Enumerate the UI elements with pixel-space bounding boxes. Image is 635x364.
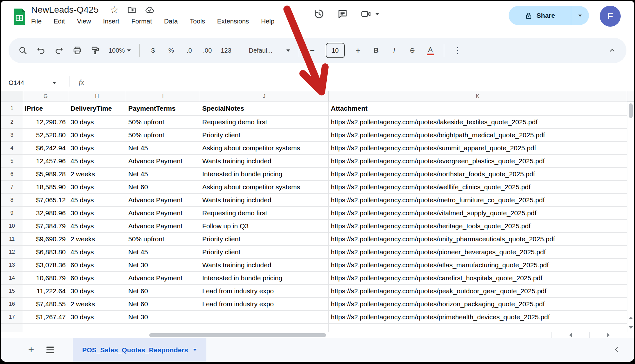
font-size-input[interactable]: 10 (326, 43, 345, 58)
row-number[interactable]: 7 (1, 181, 23, 194)
collapse-toolbar-button[interactable] (607, 46, 617, 55)
cell[interactable]: Advance Payment (126, 220, 200, 233)
cell[interactable]: https://s2.pollentagency.com/quotes/care… (329, 272, 627, 285)
cell[interactable]: Net 60 (126, 181, 200, 194)
cell[interactable]: https://s2.pollentagency.com/quotes/heri… (329, 220, 627, 233)
cell[interactable]: 11,222.64 (23, 285, 68, 298)
cell[interactable]: Lead from industry expo (200, 298, 329, 311)
cell[interactable]: 30 days (68, 207, 126, 220)
cell[interactable]: PaymentTerms (126, 101, 200, 116)
star-icon[interactable]: ☆ (110, 5, 119, 15)
font-select[interactable]: Defaul... (249, 47, 290, 54)
cell[interactable]: 45 days (68, 220, 126, 233)
document-title[interactable]: NewLeads-Q425 (31, 5, 99, 15)
increase-decimal-button[interactable]: .00 (203, 47, 212, 54)
scroll-right-button[interactable] (589, 332, 627, 338)
print-button[interactable] (72, 46, 82, 55)
menu-help[interactable]: Help (261, 17, 274, 25)
cell[interactable] (23, 324, 68, 332)
cell[interactable]: $7,384.79 (23, 220, 68, 233)
format-currency-button[interactable]: $ (148, 47, 158, 54)
paint-format-button[interactable] (90, 46, 100, 55)
column-header-g[interactable]: G (23, 91, 68, 101)
cell[interactable]: https://s2.pollentagency.com/quotes/vita… (329, 207, 627, 220)
cell[interactable]: 2 weeks (68, 233, 126, 246)
cell[interactable]: Advance Payment (126, 272, 200, 285)
cell[interactable]: 30 days (68, 142, 126, 155)
cell[interactable]: 2 weeks (68, 298, 126, 311)
cell[interactable]: Requesting demo first (200, 116, 329, 129)
cell[interactable]: Requesting demo first (200, 207, 329, 220)
cell[interactable]: Net 30 (126, 259, 200, 272)
italic-button[interactable]: I (390, 46, 399, 55)
cell[interactable] (126, 324, 200, 332)
cell[interactable]: https://s2.pollentagency.com/quotes/summ… (329, 142, 627, 155)
number-format-button[interactable]: 123 (221, 47, 231, 54)
row-number[interactable] (1, 324, 23, 332)
share-dropdown-button[interactable] (571, 15, 589, 17)
cell[interactable]: 30 days (68, 311, 126, 324)
cell[interactable]: 10,680.79 (23, 272, 68, 285)
cell[interactable]: https://s2.pollentagency.com/quotes/unit… (329, 233, 627, 246)
row-number[interactable]: 14 (1, 272, 23, 285)
row-number[interactable]: 9 (1, 207, 23, 220)
bold-button[interactable]: B (371, 46, 381, 55)
row-number[interactable]: 3 (1, 129, 23, 142)
select-all-corner[interactable] (1, 91, 23, 101)
cell[interactable]: 60 days (68, 272, 126, 285)
cell[interactable]: Asking about competitor systems (200, 181, 329, 194)
cell[interactable]: https://s2.pollentagency.com/quotes/hori… (329, 298, 627, 311)
menu-format[interactable]: Format (131, 17, 152, 25)
row-number[interactable]: 15 (1, 285, 23, 298)
cell[interactable]: 50% upfront (126, 116, 200, 129)
scroll-down-button[interactable] (627, 323, 634, 332)
menu-insert[interactable]: Insert (103, 17, 119, 25)
cell[interactable]: Net 45 (126, 142, 200, 155)
cell[interactable]: 30 days (68, 285, 126, 298)
horizontal-scrollbar[interactable] (1, 332, 634, 338)
cell[interactable]: https://s2.pollentagency.com/quotes/lake… (329, 116, 627, 129)
row-number[interactable]: 4 (1, 142, 23, 155)
cell[interactable]: https://s2.pollentagency.com/quotes/peak… (329, 285, 627, 298)
row-number[interactable]: 5 (1, 155, 23, 168)
cell[interactable]: Interested in bundle pricing (200, 272, 329, 285)
cell[interactable]: 18,585.90 (23, 181, 68, 194)
cell[interactable]: 30 days (68, 181, 126, 194)
decrease-font-size-button[interactable]: − (308, 46, 317, 55)
redo-button[interactable] (54, 46, 64, 55)
column-header-i[interactable]: I (126, 91, 200, 101)
cell[interactable]: https://s2.pollentagency.com/quotes/metr… (329, 194, 627, 207)
cell[interactable]: $7,065.12 (23, 194, 68, 207)
cell[interactable]: 12,290.76 (23, 116, 68, 129)
comments-icon[interactable] (337, 9, 348, 19)
cell[interactable]: 45 days (68, 155, 126, 168)
cell[interactable]: Wants training included (200, 155, 329, 168)
row-number[interactable]: 16 (1, 298, 23, 311)
row-number[interactable]: 1 (1, 101, 23, 116)
cell[interactable]: 45 days (68, 194, 126, 207)
name-box[interactable]: O144 (1, 79, 56, 87)
cell[interactable]: Net 60 (126, 285, 200, 298)
cell[interactable]: 60 days (68, 259, 126, 272)
row-number[interactable]: 13 (1, 259, 23, 272)
row-number[interactable]: 11 (1, 233, 23, 246)
column-header-k[interactable]: K (329, 91, 627, 101)
strikethrough-button[interactable]: S (408, 47, 417, 54)
cell[interactable]: Asking about competitor systems (200, 142, 329, 155)
cell[interactable]: $6,242.94 (23, 142, 68, 155)
show-side-panel-button[interactable] (612, 345, 621, 355)
cell[interactable]: Advance Payment (126, 194, 200, 207)
cell[interactable]: Priority client (200, 246, 329, 259)
increase-font-size-button[interactable]: + (353, 46, 363, 55)
cell[interactable]: $1,267.47 (23, 311, 68, 324)
menu-view[interactable]: View (77, 17, 91, 25)
cell[interactable]: DeliveryTime (68, 101, 126, 116)
cell[interactable]: Wants training included (200, 259, 329, 272)
version-history-icon[interactable] (314, 9, 324, 19)
cell[interactable]: $9,690.29 (23, 233, 68, 246)
cell[interactable]: https://s2.pollentagency.com/quotes/atla… (329, 259, 627, 272)
cell[interactable]: SpecialNotes (200, 101, 329, 116)
more-toolbar-button[interactable]: ⋮ (453, 45, 462, 55)
cell[interactable]: Interested in bundle pricing (200, 168, 329, 181)
cell[interactable]: https://s2.pollentagency.com/quotes/prim… (329, 311, 627, 324)
